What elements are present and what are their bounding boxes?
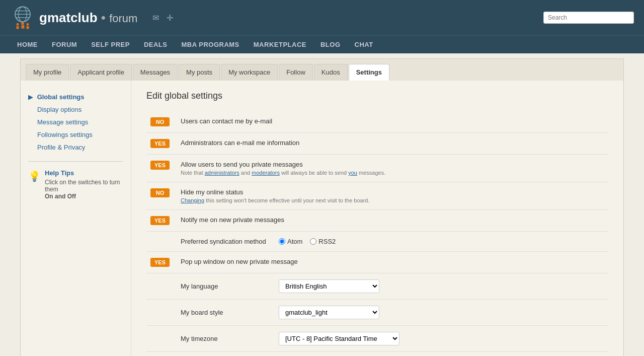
label-cell: Hide my online status Changing this sett… bbox=[177, 182, 608, 210]
table-row: YES Notify me on new private messages bbox=[146, 210, 608, 232]
syndication-row: Preferred syndication method Atom RSS2 bbox=[181, 238, 604, 245]
help-title: Help Tips bbox=[45, 169, 123, 177]
table-row: YES Allow users to send you private mess… bbox=[146, 155, 608, 182]
label-cell: My language British English American Eng… bbox=[177, 273, 608, 300]
nav-selfprep[interactable]: SELF PREP bbox=[84, 36, 137, 53]
toggle-cell: YES bbox=[146, 252, 177, 273]
radio-rss2[interactable]: RSS2 bbox=[310, 238, 336, 245]
toggle-contact-email[interactable]: NO bbox=[150, 117, 170, 126]
sidebar-item-followings[interactable]: Followings settings bbox=[28, 128, 123, 141]
language-row: My language British English American Eng… bbox=[181, 279, 604, 293]
board-style-row: My board style gmatclub_light bbox=[181, 306, 604, 319]
header: gmatclub • forum ✉ ✛ bbox=[0, 0, 644, 35]
page-title: Edit global settings bbox=[146, 91, 608, 101]
tab-myposts[interactable]: My posts bbox=[179, 64, 220, 81]
header-icons: ✉ ✛ bbox=[152, 13, 173, 23]
sidebar-item-privacy[interactable]: Profile & Privacy bbox=[28, 141, 123, 154]
compass-icon[interactable]: ✛ bbox=[167, 13, 173, 23]
toggle-notify-pm[interactable]: YES bbox=[150, 216, 170, 225]
radio-atom[interactable]: Atom bbox=[279, 238, 302, 245]
radio-atom-input[interactable] bbox=[279, 238, 285, 245]
envelope-icon[interactable]: ✉ bbox=[152, 13, 159, 23]
sidebar-item-message-settings[interactable]: Message settings bbox=[28, 116, 123, 128]
logo: gmatclub • forum bbox=[10, 5, 137, 30]
logo-dot: • bbox=[101, 10, 109, 25]
search-area bbox=[543, 12, 634, 24]
table-row: My timezone [UTC - 8] Pacific Standard T… bbox=[146, 326, 608, 352]
toggle-cell: NO bbox=[146, 182, 177, 210]
label-cell: Preferred syndication method Atom RSS2 bbox=[177, 232, 608, 252]
toggle-popup[interactable]: YES bbox=[150, 258, 170, 267]
table-row: YES Summer Time/DST is in effect bbox=[146, 352, 608, 357]
sidebar-item-global-settings[interactable]: ▶ Global settings bbox=[28, 91, 123, 103]
nav-forum[interactable]: FORUM bbox=[45, 36, 84, 53]
sidebar: ▶ Global settings Display options Messag… bbox=[21, 81, 131, 356]
setting-label-popup: Pop up window on new private message bbox=[181, 258, 298, 265]
language-select[interactable]: British English American English bbox=[279, 279, 379, 293]
timezone-label: My timezone bbox=[181, 335, 271, 342]
table-row: NO Users can contact me by e-mail bbox=[146, 111, 608, 133]
tab-messages[interactable]: Messages bbox=[133, 64, 178, 81]
syndication-label: Preferred syndication method bbox=[181, 238, 271, 245]
nav-deals[interactable]: DEALS bbox=[137, 36, 175, 53]
timezone-select[interactable]: [UTC - 8] Pacific Standard Time bbox=[279, 332, 399, 345]
setting-label-online: Hide my online status bbox=[181, 188, 243, 196]
logo-area: gmatclub • forum ✉ ✛ bbox=[10, 5, 173, 30]
nav-mba[interactable]: MBA PROGRAMS bbox=[174, 36, 246, 53]
nav-home[interactable]: HOME bbox=[10, 36, 45, 53]
toggle-private-messages[interactable]: YES bbox=[150, 161, 170, 170]
table-row: Preferred syndication method Atom RSS2 bbox=[146, 232, 608, 252]
svg-rect-8 bbox=[22, 25, 25, 29]
sidebar-divider bbox=[28, 161, 123, 162]
settings-table: NO Users can contact me by e-mail YES Ad… bbox=[146, 111, 608, 356]
nav-blog[interactable]: BLOG bbox=[313, 36, 348, 53]
label-cell: Notify me on new private messages bbox=[177, 210, 608, 232]
logo-forum-text: forum bbox=[109, 12, 137, 25]
toggle-cell: YES bbox=[146, 210, 177, 232]
toggle-cell: YES bbox=[146, 352, 177, 357]
help-tips: 💡 Help Tips Click on the switches to tur… bbox=[28, 169, 123, 200]
tab-kudos[interactable]: Kudos bbox=[314, 64, 348, 81]
help-bulb-icon: 💡 bbox=[28, 170, 41, 182]
setting-label-notify: Notify me on new private messages bbox=[181, 216, 284, 224]
sidebar-item-display-options[interactable]: Display options bbox=[28, 103, 123, 116]
tab-myprofile[interactable]: My profile bbox=[26, 64, 69, 81]
table-row: YES Administrators can e-mail me informa… bbox=[146, 133, 608, 155]
logo-text: gmatclub • forum bbox=[39, 10, 137, 26]
help-description: Click on the switches to turn them On an… bbox=[45, 179, 123, 200]
setting-sublabel-pm: Note that administrators and moderators … bbox=[181, 170, 604, 176]
svg-point-9 bbox=[27, 23, 29, 26]
label-cell: Summer Time/DST is in effect bbox=[177, 352, 608, 357]
tab-follow[interactable]: Follow bbox=[279, 64, 313, 81]
tab-settings[interactable]: Settings bbox=[349, 64, 389, 81]
tab-applicant[interactable]: Applicant profile bbox=[70, 64, 132, 81]
label-cell: Users can contact me by e-mail bbox=[177, 111, 608, 133]
nav-marketplace[interactable]: MARKETPLACE bbox=[247, 36, 313, 53]
nav-bar: HOME FORUM SELF PREP DEALS MBA PROGRAMS … bbox=[0, 35, 644, 53]
svg-rect-6 bbox=[17, 26, 19, 29]
toggle-cell-empty bbox=[146, 232, 177, 252]
label-cell: Allow users to send you private messages… bbox=[177, 155, 608, 182]
svg-point-7 bbox=[21, 22, 24, 25]
toggle-admin-email[interactable]: YES bbox=[150, 139, 170, 148]
main-container: My profile Applicant profile Messages My… bbox=[10, 53, 634, 356]
board-style-select[interactable]: gmatclub_light bbox=[279, 306, 379, 319]
tabs: My profile Applicant profile Messages My… bbox=[20, 58, 624, 81]
toggle-cell-empty bbox=[146, 326, 177, 352]
toggle-cell: YES bbox=[146, 155, 177, 182]
search-input[interactable] bbox=[543, 12, 634, 24]
toggle-online-status[interactable]: NO bbox=[150, 188, 170, 197]
label-cell: Administrators can e-mail me information bbox=[177, 133, 608, 155]
tab-workspace[interactable]: My workspace bbox=[221, 64, 278, 81]
nav-chat[interactable]: CHAT bbox=[348, 36, 380, 53]
radio-rss2-input[interactable] bbox=[310, 238, 316, 245]
arrow-icon: ▶ bbox=[28, 93, 33, 101]
svg-point-5 bbox=[17, 23, 19, 26]
nav-links: HOME FORUM SELF PREP DEALS MBA PROGRAMS … bbox=[10, 36, 380, 53]
label-cell: My board style gmatclub_light bbox=[177, 300, 608, 326]
setting-label-pm: Allow users to send you private messages bbox=[181, 161, 303, 168]
svg-rect-10 bbox=[27, 26, 29, 29]
table-row: My board style gmatclub_light bbox=[146, 300, 608, 326]
content-area: ▶ Global settings Display options Messag… bbox=[20, 81, 624, 356]
label-cell: Pop up window on new private message bbox=[177, 252, 608, 273]
